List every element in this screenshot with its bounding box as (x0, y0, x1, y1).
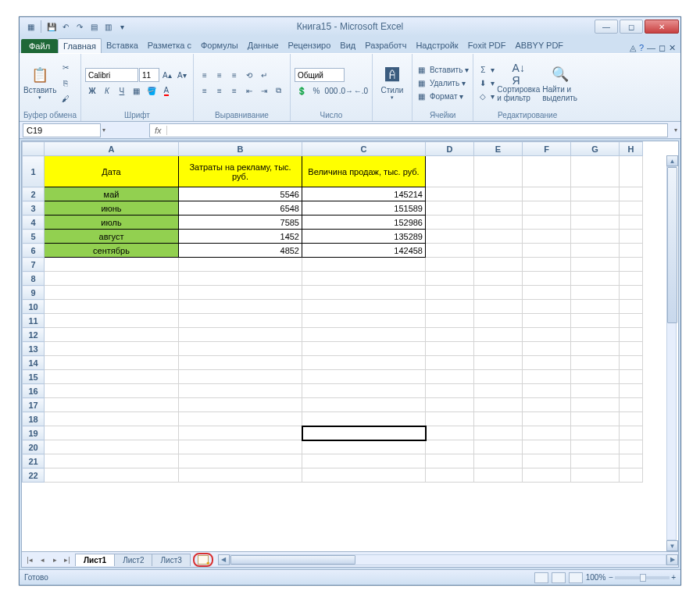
row-header-15[interactable]: 15 (23, 370, 45, 384)
spreadsheet-grid[interactable]: ABCDEFGH1ДатаЗатраты на рекламу, тыс. ру… (22, 141, 643, 483)
font-name-combo[interactable]: Calibri (85, 68, 138, 82)
decrease-font-icon[interactable]: A▾ (175, 68, 189, 82)
cell-H14[interactable] (620, 356, 643, 370)
cell-G9[interactable] (571, 286, 620, 300)
cell-G8[interactable] (571, 272, 620, 286)
cell-H10[interactable] (620, 300, 643, 314)
tab-9[interactable]: Foxit PDF (463, 38, 511, 53)
col-header-B[interactable]: B (179, 142, 302, 156)
cell-H3[interactable] (620, 201, 643, 216)
format-button[interactable]: ▦Формат ▾ (416, 90, 469, 102)
fill-button[interactable]: ⬇▾ (477, 77, 495, 89)
help-icon[interactable]: ? (639, 43, 644, 53)
cell-F9[interactable] (523, 286, 571, 300)
cell-E2[interactable] (474, 187, 523, 201)
row-header-8[interactable]: 8 (23, 272, 45, 286)
fx-icon[interactable]: fx (150, 126, 167, 135)
tab-3[interactable]: Формулы (196, 38, 243, 53)
cell-C1[interactable]: Величина продаж, тыс. руб. (302, 156, 426, 187)
cell-F21[interactable] (523, 454, 571, 468)
cell-A9[interactable] (45, 286, 179, 300)
zoom-in-icon[interactable]: + (671, 573, 676, 582)
cell-H1[interactable] (620, 156, 643, 187)
cell-H22[interactable] (620, 468, 643, 483)
cell-D16[interactable] (426, 384, 474, 398)
align-center-icon[interactable]: ≡ (212, 84, 227, 98)
cell-E21[interactable] (474, 454, 523, 468)
row-header-4[interactable]: 4 (23, 216, 45, 230)
row-header-22[interactable]: 22 (23, 468, 45, 483)
cell-G1[interactable] (571, 156, 620, 187)
tab-file[interactable]: Файл (21, 39, 58, 53)
doc-minimize-icon[interactable]: — (647, 43, 655, 53)
col-header-G[interactable]: G (571, 142, 620, 156)
cell-G19[interactable] (571, 426, 620, 440)
cell-A16[interactable] (45, 384, 179, 398)
row-header-10[interactable]: 10 (23, 300, 45, 314)
cell-D5[interactable] (426, 230, 474, 244)
sheet-tab-Лист2[interactable]: Лист2 (114, 554, 152, 566)
cell-B16[interactable] (179, 384, 302, 398)
ribbon-minimize-icon[interactable]: ◬ (630, 43, 636, 53)
cell-C10[interactable] (302, 300, 426, 314)
cell-A5[interactable]: август (45, 230, 179, 244)
cell-F10[interactable] (523, 300, 571, 314)
cell-D12[interactable] (426, 328, 474, 342)
cell-C11[interactable] (302, 314, 426, 328)
cell-E13[interactable] (474, 342, 523, 356)
align-bottom-icon[interactable]: ≡ (227, 68, 241, 82)
cell-B10[interactable] (179, 300, 302, 314)
cell-E19[interactable] (474, 426, 523, 440)
comma-icon[interactable]: 000 (324, 84, 338, 98)
cell-B20[interactable] (179, 440, 302, 454)
insert-button[interactable]: ▦Вставить ▾ (416, 63, 469, 76)
cell-E16[interactable] (474, 384, 523, 398)
qat-btn-2[interactable]: ▥ (102, 20, 114, 33)
scroll-up-icon[interactable]: ▲ (666, 155, 678, 166)
row-header-1[interactable]: 1 (23, 156, 45, 187)
cell-F13[interactable] (523, 342, 571, 356)
increase-decimal-icon[interactable]: .0→ (339, 84, 353, 98)
cell-F22[interactable] (523, 468, 571, 483)
cell-D7[interactable] (426, 258, 474, 272)
tab-7[interactable]: Разработч (360, 38, 411, 53)
cell-F17[interactable] (523, 398, 571, 412)
cell-F14[interactable] (523, 356, 571, 370)
cell-B9[interactable] (179, 286, 302, 300)
horizontal-scrollbar[interactable]: ◀ ▶ (218, 554, 678, 565)
cell-G2[interactable] (571, 187, 620, 201)
cell-A13[interactable] (45, 342, 179, 356)
cell-E17[interactable] (474, 398, 523, 412)
cell-D2[interactable] (426, 187, 474, 201)
cell-D22[interactable] (426, 468, 474, 483)
cell-B18[interactable] (179, 412, 302, 426)
cell-C9[interactable] (302, 286, 426, 300)
cell-D8[interactable] (426, 272, 474, 286)
tab-4[interactable]: Данные (243, 38, 284, 53)
format-painter-icon[interactable]: 🖌 (59, 91, 73, 105)
cell-F2[interactable] (523, 187, 571, 201)
col-header-E[interactable]: E (474, 142, 523, 156)
cell-A8[interactable] (45, 272, 179, 286)
cell-C16[interactable] (302, 384, 426, 398)
cell-C15[interactable] (302, 370, 426, 384)
page-break-view-icon[interactable] (569, 572, 583, 583)
row-header-20[interactable]: 20 (23, 440, 45, 454)
tab-10[interactable]: ABBYY PDF (511, 38, 569, 53)
cell-B13[interactable] (179, 342, 302, 356)
cell-H17[interactable] (620, 398, 643, 412)
cell-E9[interactable] (474, 286, 523, 300)
row-header-16[interactable]: 16 (23, 384, 45, 398)
cell-F16[interactable] (523, 384, 571, 398)
cell-C17[interactable] (302, 398, 426, 412)
cell-G21[interactable] (571, 454, 620, 468)
cell-A6[interactable]: сентябрь (45, 244, 179, 258)
tab-5[interactable]: Рецензиро (284, 38, 336, 53)
cell-A1[interactable]: Дата (45, 156, 179, 187)
cell-B12[interactable] (179, 328, 302, 342)
row-header-9[interactable]: 9 (23, 286, 45, 300)
cell-H5[interactable] (620, 230, 643, 244)
cell-F1[interactable] (523, 156, 571, 187)
cell-B17[interactable] (179, 398, 302, 412)
cell-D15[interactable] (426, 370, 474, 384)
